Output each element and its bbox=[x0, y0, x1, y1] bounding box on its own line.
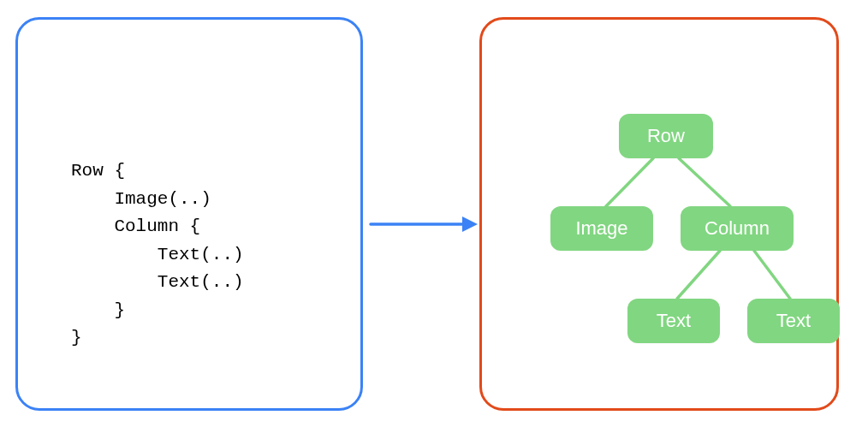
svg-marker-1 bbox=[462, 216, 478, 232]
tree-node-image: Image bbox=[550, 206, 653, 251]
code-block: Row { Image(..) Column { Text(..) Text(.… bbox=[71, 157, 244, 353]
tree-node-text-1: Text bbox=[627, 299, 720, 343]
svg-line-5 bbox=[754, 251, 790, 299]
svg-line-2 bbox=[606, 158, 653, 206]
code-panel: Row { Image(..) Column { Text(..) Text(.… bbox=[15, 17, 363, 411]
svg-line-4 bbox=[677, 251, 720, 299]
svg-line-3 bbox=[679, 158, 730, 206]
tree-panel: Row Image Column Text Text bbox=[479, 17, 839, 411]
arrow-icon bbox=[370, 214, 478, 215]
tree-node-text-2: Text bbox=[747, 299, 840, 343]
ui-tree: Row Image Column Text Text bbox=[482, 20, 836, 408]
tree-node-row: Row bbox=[619, 114, 713, 158]
tree-node-column: Column bbox=[681, 206, 794, 251]
